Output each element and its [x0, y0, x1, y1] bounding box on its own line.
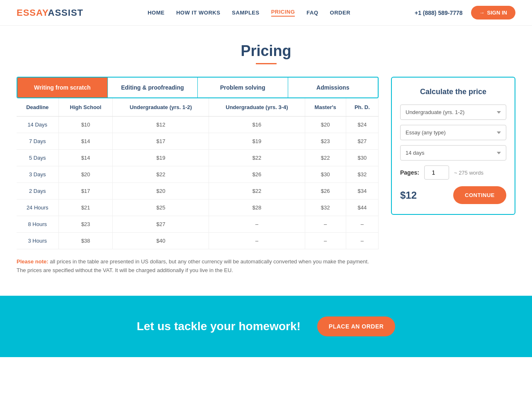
- words-label: ~ 275 words: [454, 170, 483, 176]
- table-row: 14 Days$10$12$16$20$24: [17, 117, 379, 133]
- title-underline: [256, 63, 277, 64]
- banner-text: Let us tackle your homework!: [137, 320, 301, 333]
- table-row: 7 Days$14$17$19$23$27: [17, 133, 379, 150]
- site-header: ESSAYASSIST HOME HOW IT WORKS SAMPLES PR…: [0, 0, 532, 26]
- nav-pricing[interactable]: PRICING: [271, 9, 295, 17]
- page-title: Pricing: [17, 42, 515, 60]
- pricing-table: Deadline High School Undergraduate (yrs.…: [17, 98, 379, 249]
- note-bold: Please note:: [17, 258, 49, 265]
- tab-admissions[interactable]: Admissions: [288, 78, 378, 97]
- sign-in-icon: →: [479, 10, 485, 16]
- pages-row: Pages: ~ 275 words: [400, 165, 506, 180]
- tab-writing-from-scratch[interactable]: Writing from scratch: [17, 78, 108, 97]
- calc-price: $12: [400, 190, 417, 201]
- page-title-section: Pricing: [17, 42, 515, 64]
- deadline-select[interactable]: 14 days7 days5 days3 days2 days24 hours8…: [400, 145, 506, 161]
- calc-bottom: $12 CONTINUE: [400, 186, 506, 204]
- main-nav: HOME HOW IT WORKS SAMPLES PRICING FAQ OR…: [148, 9, 350, 17]
- footer-banner: Let us tackle your homework! PLACE AN OR…: [0, 296, 532, 357]
- price-calculator: Calculate the price Undergraduate (yrs. …: [391, 77, 515, 215]
- col-phd: Ph. D.: [346, 98, 378, 117]
- type-select[interactable]: Essay (any type)Research PaperTerm Paper…: [400, 125, 506, 140]
- sign-in-label: SIGN IN: [487, 10, 507, 16]
- logo-assist: ASSIST: [48, 7, 83, 18]
- note-text: all prices in the table are presented in…: [17, 258, 369, 273]
- nav-order[interactable]: ORDER: [330, 10, 350, 16]
- col-undergrad-1-2: Undergraduate (yrs. 1-2): [113, 98, 209, 117]
- pricing-left: Writing from scratch Editing & proofread…: [17, 77, 379, 275]
- col-deadline: Deadline: [17, 98, 58, 117]
- continue-button[interactable]: CONTINUE: [453, 186, 506, 204]
- header-right: +1 (888) 589-7778 → SIGN IN: [415, 6, 515, 19]
- col-high-school: High School: [58, 98, 113, 117]
- logo[interactable]: ESSAYASSIST: [17, 7, 83, 18]
- table-row: 5 Days$14$19$22$22$30: [17, 150, 379, 166]
- pages-label: Pages:: [400, 169, 419, 176]
- calc-title: Calculate the price: [400, 88, 506, 96]
- table-header-row: Deadline High School Undergraduate (yrs.…: [17, 98, 379, 117]
- tab-problem-solving[interactable]: Problem solving: [198, 78, 288, 97]
- pricing-tabs: Writing from scratch Editing & proofread…: [17, 77, 379, 98]
- col-undergrad-3-4: Undergraduate (yrs. 3-4): [209, 98, 305, 117]
- nav-samples[interactable]: SAMPLES: [232, 10, 259, 16]
- table-row: 3 Hours$38$40–––: [17, 233, 379, 249]
- table-row: 24 Hours$21$25$28$32$44: [17, 200, 379, 216]
- pricing-note: Please note: all prices in the table are…: [17, 258, 379, 275]
- nav-how-it-works[interactable]: HOW IT WORKS: [176, 10, 220, 16]
- nav-home[interactable]: HOME: [148, 10, 165, 16]
- phone-number: +1 (888) 589-7778: [415, 10, 463, 16]
- table-row: 8 Hours$23$27–––: [17, 216, 379, 233]
- place-order-button[interactable]: PLACE AN ORDER: [317, 316, 396, 336]
- nav-faq[interactable]: FAQ: [306, 10, 318, 16]
- logo-essay: ESSAY: [17, 7, 48, 18]
- sign-in-button[interactable]: → SIGN IN: [471, 6, 515, 19]
- table-row: 2 Days$17$20$22$26$34: [17, 183, 379, 200]
- col-masters: Master's: [305, 98, 346, 117]
- tab-editing-proofreading[interactable]: Editing & proofreading: [108, 78, 198, 97]
- pages-input[interactable]: [424, 165, 449, 180]
- table-row: 3 Days$20$22$26$30$32: [17, 166, 379, 183]
- main-content: Pricing Writing from scratch Editing & p…: [0, 26, 532, 275]
- content-layout: Writing from scratch Editing & proofread…: [17, 77, 515, 275]
- level-select[interactable]: Undergraduate (yrs. 1-2)High SchoolUnder…: [400, 105, 506, 120]
